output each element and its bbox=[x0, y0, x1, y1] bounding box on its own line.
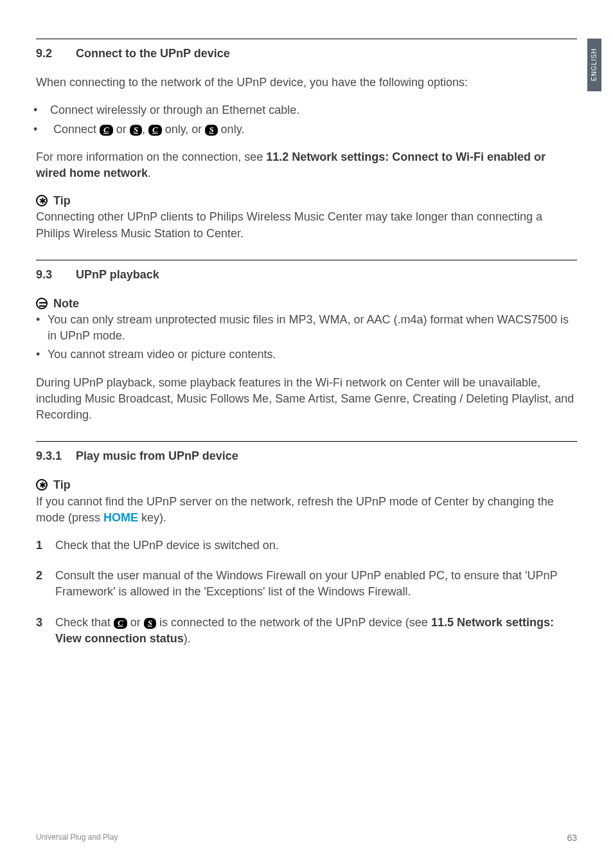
text: is connected to the network of the UPnP … bbox=[156, 616, 431, 629]
key-c-icon: C bbox=[148, 125, 162, 136]
para-intro: When connecting to the network of the UP… bbox=[36, 75, 577, 91]
language-tab: ENGLISH bbox=[587, 39, 601, 91]
list-item: Connect C or S, C only, or S only. bbox=[50, 122, 577, 138]
note-heading: Note bbox=[36, 296, 577, 312]
step-row: 3 Check that C or S is connected to the … bbox=[36, 615, 577, 647]
note-list: You can only stream unprotected music fi… bbox=[36, 312, 577, 363]
divider bbox=[36, 39, 577, 39]
text: or bbox=[127, 616, 144, 629]
note-label: Note bbox=[53, 297, 79, 310]
heading-9-3-1: 9.3.1Play music from UPnP device bbox=[36, 448, 577, 464]
list-text: , bbox=[142, 123, 148, 136]
text: key). bbox=[138, 511, 166, 524]
list-text: You can only stream unprotected music fi… bbox=[48, 313, 569, 342]
tip-label: Tip bbox=[53, 478, 71, 491]
step-number: 3 bbox=[36, 615, 55, 647]
text: ). bbox=[184, 632, 191, 645]
step-row: 1 Check that the UPnP device is switched… bbox=[36, 538, 577, 554]
tip-label: Tip bbox=[53, 194, 71, 207]
section-number: 9.3 bbox=[36, 267, 76, 283]
page-footer: Universal Plug and Play 63 bbox=[36, 832, 577, 845]
step-text: Consult the user manual of the Windows F… bbox=[55, 568, 577, 600]
key-s-icon: S bbox=[205, 125, 217, 136]
section-number: 9.2 bbox=[36, 46, 76, 62]
list-item: Connect wirelessly or through an Etherne… bbox=[50, 102, 577, 118]
section-title: UPnP playback bbox=[76, 268, 159, 281]
divider bbox=[36, 441, 577, 442]
options-list: Connect wirelessly or through an Etherne… bbox=[50, 102, 577, 137]
key-c-icon: C bbox=[100, 125, 113, 136]
tip-body: If you cannot find the UPnP server on th… bbox=[36, 494, 577, 526]
footer-section: Universal Plug and Play bbox=[36, 832, 118, 845]
list-text: Connect wirelessly or through an Etherne… bbox=[50, 104, 299, 116]
tip-body: Connecting other UPnP clients to Philips… bbox=[36, 209, 577, 241]
text: For more information on the connection, … bbox=[36, 150, 266, 163]
key-c-icon: C bbox=[114, 618, 127, 629]
key-s-icon: S bbox=[144, 618, 156, 629]
divider bbox=[36, 260, 577, 260]
step-text: Check that the UPnP device is switched o… bbox=[55, 538, 577, 554]
note-icon bbox=[36, 298, 48, 309]
text: . bbox=[148, 167, 151, 179]
list-text: only. bbox=[218, 123, 245, 136]
step-row: 2 Consult the user manual of the Windows… bbox=[36, 568, 577, 600]
step-number: 2 bbox=[36, 568, 55, 600]
list-item: You can only stream unprotected music fi… bbox=[36, 312, 577, 344]
home-key: HOME bbox=[103, 511, 138, 524]
tip-icon bbox=[36, 195, 48, 206]
section-title: Connect to the UPnP device bbox=[76, 47, 230, 60]
steps-list: 1 Check that the UPnP device is switched… bbox=[36, 538, 577, 647]
section-title: Play music from UPnP device bbox=[76, 449, 238, 462]
para-upnp-playback: During UPnP playback, some playback feat… bbox=[36, 375, 577, 424]
step-text: Check that C or S is connected to the ne… bbox=[55, 615, 577, 647]
heading-9-3: 9.3UPnP playback bbox=[36, 267, 577, 283]
list-text: Connect bbox=[53, 123, 100, 136]
section-number: 9.3.1 bbox=[36, 448, 76, 464]
page-number: 63 bbox=[567, 832, 577, 845]
tip-icon bbox=[36, 479, 48, 491]
list-text: You cannot stream video or picture conte… bbox=[48, 348, 276, 361]
list-text: only, or bbox=[162, 123, 206, 136]
key-s-icon: S bbox=[130, 125, 142, 136]
heading-9-2: 9.2Connect to the UPnP device bbox=[36, 46, 577, 62]
step-number: 1 bbox=[36, 538, 55, 554]
list-item: You cannot stream video or picture conte… bbox=[36, 347, 577, 363]
tip-heading: Tip bbox=[36, 477, 577, 493]
para-moreinfo: For more information on the connection, … bbox=[36, 149, 577, 181]
text: Check that bbox=[55, 616, 114, 629]
tip-heading: Tip bbox=[36, 193, 577, 209]
list-text: or bbox=[113, 123, 130, 136]
